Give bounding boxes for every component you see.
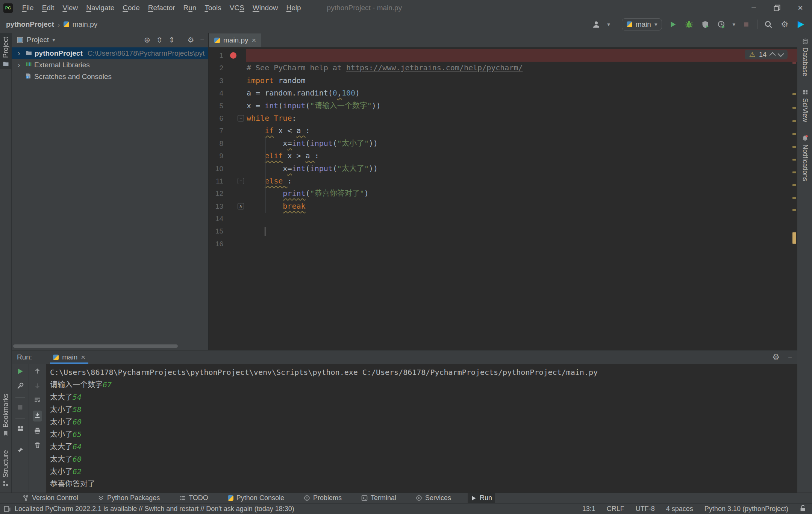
code-line[interactable]: 7 if x < a :: [209, 124, 797, 137]
line-number[interactable]: 3: [209, 74, 226, 87]
line-number[interactable]: 10: [209, 162, 226, 175]
expand-all-button[interactable]: ⇳: [156, 35, 163, 44]
code-line[interactable]: 4a = random.randint(0,100): [209, 87, 797, 99]
code-line[interactable]: 12 print("恭喜你答对了"): [209, 187, 797, 200]
toolstrip-structure-tab[interactable]: Structure: [2, 450, 10, 487]
editor-tab-main-py[interactable]: main.py ×: [209, 33, 261, 47]
up-stack-trace-button[interactable]: [34, 368, 41, 376]
fold-icon[interactable]: −: [238, 178, 244, 184]
line-number[interactable]: 16: [209, 238, 226, 250]
line-number[interactable]: 4: [209, 87, 226, 99]
debug-button[interactable]: [684, 19, 694, 30]
menu-tools[interactable]: Tools: [200, 2, 225, 14]
menu-view[interactable]: View: [58, 2, 82, 14]
fold-icon[interactable]: −: [238, 115, 244, 121]
chevron-down-icon[interactable]: ▾: [732, 21, 735, 28]
line-number[interactable]: 15: [209, 225, 226, 237]
toolstrip-database-tab[interactable]: Database: [801, 38, 809, 76]
toolwindow-button-version-control[interactable]: Version Control: [20, 493, 81, 503]
line-number[interactable]: 14: [209, 212, 226, 225]
close-icon[interactable]: ×: [252, 36, 256, 44]
code-line[interactable]: 1: [209, 49, 797, 62]
code-line[interactable]: 6−while True:: [209, 112, 797, 124]
tree-item-scratches-and-consoles[interactable]: Scratches and Consoles: [12, 71, 208, 82]
pin-tab-button[interactable]: [17, 447, 24, 455]
toolstrip-notifications-tab[interactable]: Notifications: [801, 135, 809, 181]
collapse-all-button[interactable]: ⇕: [169, 35, 175, 44]
print-button[interactable]: [34, 427, 41, 436]
chevron-down-icon[interactable]: ▾: [607, 21, 610, 28]
project-panel-title[interactable]: Project: [27, 36, 49, 44]
code-line[interactable]: 11− else :: [209, 175, 797, 187]
menu-refactor[interactable]: Refactor: [144, 2, 179, 14]
search-everywhere-button[interactable]: [763, 19, 774, 30]
toolstrip-sciview-tab[interactable]: SciView: [801, 89, 809, 122]
hide-run-panel-button[interactable]: −: [788, 353, 792, 361]
soft-wrap-button[interactable]: [34, 396, 41, 405]
menu-window[interactable]: Window: [248, 2, 282, 14]
line-number[interactable]: 2: [209, 62, 226, 74]
error-stripe[interactable]: [791, 47, 797, 350]
status-indent[interactable]: 4 spaces: [666, 505, 693, 513]
chevron-down-icon[interactable]: ▾: [52, 36, 55, 43]
breadcrumb-project[interactable]: pythonProject: [6, 20, 54, 29]
hide-panel-button[interactable]: −: [200, 36, 205, 44]
next-warning-button chevron-down-icon[interactable]: [778, 51, 784, 57]
menu-vcs[interactable]: VCS: [226, 2, 248, 14]
restore-button[interactable]: [765, 0, 789, 16]
line-number[interactable]: 13: [209, 200, 226, 212]
chevron-right-icon[interactable]: ›: [18, 61, 23, 69]
toolstrip-bookmarks-tab[interactable]: Bookmarks: [2, 394, 10, 437]
code-editor[interactable]: 12# See PyCharm help at https://www.jetb…: [209, 47, 797, 350]
horizontal-scrollbar[interactable]: [13, 344, 178, 348]
code-line[interactable]: 5x = int(input("请输入一个数字")): [209, 100, 797, 112]
menu-file[interactable]: File: [18, 2, 38, 14]
tree-item-pythonproject[interactable]: ›pythonProjectC:\Users\86178\PycharmProj…: [12, 47, 208, 59]
line-number[interactable]: 7: [209, 124, 226, 137]
status-message[interactable]: Localized PyCharm 2022.2.1 is available …: [15, 505, 294, 513]
profiler-button[interactable]: [716, 19, 727, 30]
rerun-button[interactable]: [17, 368, 24, 376]
run-button[interactable]: [668, 19, 678, 30]
run-tab-main[interactable]: main ×: [50, 350, 88, 364]
line-number[interactable]: 1: [209, 49, 226, 62]
settings-button[interactable]: ⚙: [779, 19, 790, 30]
menu-code[interactable]: Code: [118, 2, 144, 14]
status-line-separator[interactable]: CRLF: [607, 505, 624, 513]
code-line[interactable]: 8 x=int(input("太小了")): [209, 137, 797, 150]
menu-help[interactable]: Help: [282, 2, 305, 14]
chevron-right-icon[interactable]: ›: [18, 49, 23, 58]
toolwindow-button-services[interactable]: Services: [413, 493, 454, 503]
run-configuration-select[interactable]: main ▾: [622, 18, 662, 30]
edit-configuration-button[interactable]: [17, 382, 24, 391]
inspections-widget[interactable]: ⚠ 14: [745, 50, 788, 59]
locate-file-button[interactable]: ⊕: [144, 35, 150, 44]
toolwindow-button-terminal[interactable]: Terminal: [358, 493, 399, 503]
minimize-button[interactable]: −: [742, 0, 765, 16]
run-with-coverage-button[interactable]: [700, 19, 710, 30]
fold-end-icon[interactable]: ∧: [238, 203, 244, 209]
tree-item-external-libraries[interactable]: ›External Libraries: [12, 59, 208, 71]
menu-navigate[interactable]: Navigate: [82, 2, 118, 14]
jetbrains-toolbox-button[interactable]: [795, 19, 806, 30]
code-line[interactable]: 3import random: [209, 74, 797, 87]
code-line[interactable]: 10 x=int(input("太大了")): [209, 162, 797, 175]
line-number[interactable]: 11: [209, 175, 226, 187]
line-number[interactable]: 12: [209, 187, 226, 200]
close-button[interactable]: ×: [789, 0, 812, 16]
line-number[interactable]: 8: [209, 137, 226, 150]
code-line[interactable]: 15: [209, 225, 797, 237]
status-interpreter[interactable]: Python 3.10 (pythonProject): [704, 505, 788, 513]
line-number[interactable]: 9: [209, 150, 226, 162]
status-caret-position[interactable]: 13:1: [582, 505, 595, 513]
project-settings-button[interactable]: ⚙: [187, 35, 194, 44]
code-line[interactable]: 9 elif x > a :: [209, 150, 797, 162]
code-line[interactable]: 2# See PyCharm help at https://www.jetbr…: [209, 62, 797, 74]
toolstrip-project-tab[interactable]: Project: [0, 33, 11, 69]
restore-layout-button[interactable]: [17, 425, 24, 434]
breadcrumb-file[interactable]: main.py: [73, 20, 98, 29]
run-settings-button[interactable]: ⚙: [772, 353, 780, 361]
close-icon[interactable]: ×: [81, 353, 85, 361]
previous-warning-button chevron-up-icon[interactable]: [770, 52, 776, 59]
breakpoint-icon[interactable]: [230, 52, 236, 59]
